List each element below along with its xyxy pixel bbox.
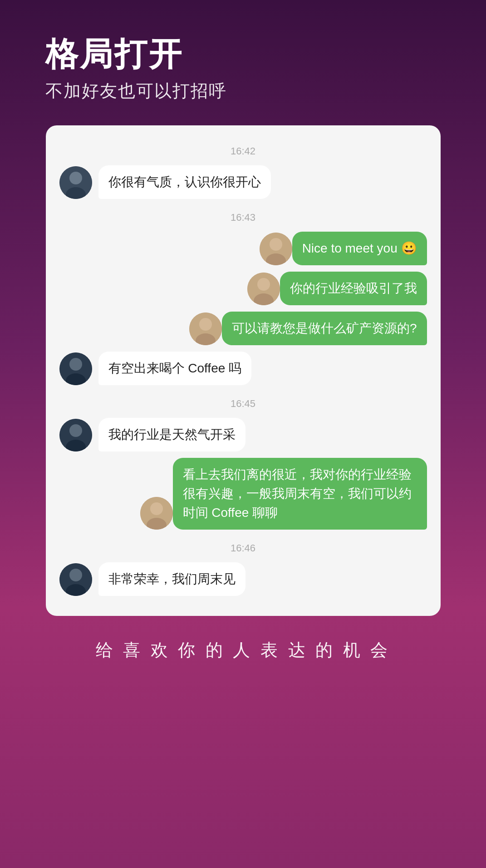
svg-point-1 bbox=[69, 172, 82, 184]
avatar-female-4 bbox=[140, 497, 173, 530]
message-row: 看上去我们离的很近，我对你的行业经验很有兴趣，一般我周末有空，我们可以约时间 C… bbox=[59, 458, 427, 530]
avatar-male-2 bbox=[59, 352, 92, 385]
avatar-female-3 bbox=[189, 312, 222, 345]
chat-bubble: 你很有气质，认识你很开心 bbox=[98, 165, 271, 199]
message-row: Nice to meet you 😀 bbox=[59, 232, 427, 265]
message-row: 可以请教您是做什么矿产资源的? bbox=[59, 312, 427, 345]
avatar-male-3 bbox=[59, 419, 92, 451]
message-row: 你的行业经验吸引了我 bbox=[59, 272, 427, 305]
chat-bubble: 可以请教您是做什么矿产资源的? bbox=[222, 312, 427, 345]
chat-bubble: Nice to meet you 😀 bbox=[292, 232, 427, 265]
message-row: 我的行业是天然气开采 bbox=[59, 418, 427, 451]
avatar-female-1 bbox=[260, 233, 292, 265]
subtitle: 不加好友也可以打招呼 bbox=[45, 79, 468, 103]
message-row: 有空出来喝个 Coffee 吗 bbox=[59, 352, 427, 385]
message-row: 非常荣幸，我们周末见 bbox=[59, 562, 427, 596]
chat-card: 16:42 你很有气质，认识你很开心 16:43 Nice to meet yo… bbox=[46, 125, 441, 616]
chat-bubble: 非常荣幸，我们周末见 bbox=[98, 562, 245, 596]
avatar-male-4 bbox=[59, 563, 92, 596]
timestamp-2: 16:43 bbox=[59, 212, 427, 223]
chat-bubble: 看上去我们离的很近，我对你的行业经验很有兴趣，一般我周末有空，我们可以约时间 C… bbox=[173, 458, 427, 530]
timestamp-1: 16:42 bbox=[59, 145, 427, 157]
chat-bubble: 你的行业经验吸引了我 bbox=[280, 272, 427, 305]
svg-point-22 bbox=[69, 569, 82, 581]
svg-point-4 bbox=[270, 238, 282, 251]
svg-point-10 bbox=[199, 318, 212, 331]
svg-point-19 bbox=[150, 502, 163, 515]
timestamp-4: 16:46 bbox=[59, 542, 427, 554]
svg-point-13 bbox=[69, 358, 82, 371]
chat-bubble: 我的行业是天然气开采 bbox=[98, 418, 245, 451]
svg-point-16 bbox=[69, 424, 82, 437]
footer-text: 给 喜 欢 你 的 人 表 达 的 机 会 bbox=[96, 639, 391, 662]
message-row: 你很有气质，认识你很开心 bbox=[59, 165, 427, 199]
timestamp-3: 16:45 bbox=[59, 398, 427, 410]
main-title: 格局打开 bbox=[45, 36, 468, 72]
chat-bubble: 有空出来喝个 Coffee 吗 bbox=[98, 352, 252, 385]
avatar-female-2 bbox=[247, 273, 280, 305]
avatar-male-1 bbox=[59, 166, 92, 199]
svg-point-7 bbox=[257, 278, 270, 291]
header-section: 格局打开 不加好友也可以打招呼 bbox=[18, 36, 468, 103]
